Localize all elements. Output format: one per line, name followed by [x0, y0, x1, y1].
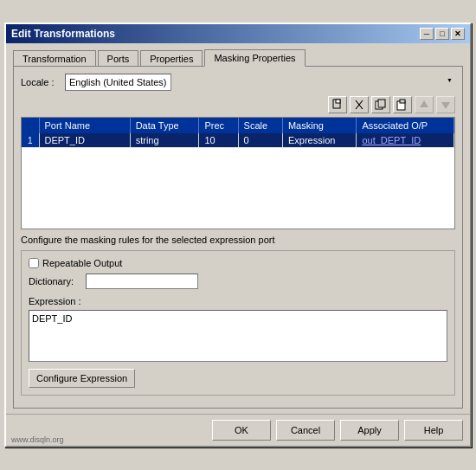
toolbar-copy-btn[interactable]: [371, 96, 390, 113]
svg-rect-1: [336, 100, 340, 103]
table-header-row: Port Name Data Type Prec Scale Masking A…: [22, 118, 454, 133]
col-header-associated-op: Associated O/P: [357, 118, 454, 133]
apply-button[interactable]: Apply: [340, 420, 399, 441]
col-header-masking: Masking: [282, 118, 356, 133]
svg-rect-7: [400, 100, 405, 103]
toolbar-cut-btn[interactable]: [350, 96, 369, 113]
repeatable-output-checkbox[interactable]: [29, 258, 39, 268]
toolbar-paste-btn[interactable]: [393, 96, 412, 113]
tab-transformation[interactable]: Transformation: [13, 50, 96, 67]
title-bar-buttons: ─ □ ✕: [420, 28, 465, 40]
tab-masking-properties[interactable]: Masking Properties: [204, 49, 305, 67]
cell-masking: Expression: [282, 133, 356, 148]
locale-label: Locale :: [21, 77, 60, 87]
svg-marker-8: [420, 100, 428, 107]
tab-content: Locale : English (United States): [13, 66, 463, 409]
help-button[interactable]: Help: [404, 420, 463, 441]
maximize-button[interactable]: □: [435, 28, 449, 40]
cell-associated-op: out_DEPT_ID: [357, 133, 454, 148]
main-content: Transformation Ports Properties Masking …: [6, 43, 470, 414]
svg-marker-9: [441, 102, 450, 109]
tab-properties[interactable]: Properties: [140, 50, 203, 67]
title-bar: Edit Transformations ─ □ ✕: [6, 24, 470, 43]
locale-select[interactable]: English (United States): [65, 74, 171, 91]
minimize-button[interactable]: ─: [420, 28, 434, 40]
toolbar-down-btn[interactable]: [436, 96, 455, 113]
cell-data-type: string: [130, 133, 199, 148]
col-header-num: [22, 118, 39, 133]
dictionary-row: Dictionary:: [29, 274, 447, 289]
col-header-prec: Prec: [199, 118, 238, 133]
cell-port-name: [39, 133, 130, 148]
cell-scale: 0: [238, 133, 282, 148]
data-table: Port Name Data Type Prec Scale Masking A…: [22, 118, 454, 148]
tab-bar: Transformation Ports Properties Masking …: [13, 48, 463, 66]
table-body: 1 string 10 0 Expression out_DEPT_ID: [22, 133, 454, 148]
expression-textarea[interactable]: [29, 310, 447, 362]
col-header-port-name: Port Name: [39, 118, 130, 133]
cancel-button[interactable]: Cancel: [276, 420, 335, 441]
port-name-input[interactable]: [45, 135, 106, 145]
repeatable-output-label: Repeatable Output: [42, 258, 122, 268]
watermark: www.disqln.org: [11, 435, 64, 444]
col-header-data-type: Data Type: [130, 118, 199, 133]
associated-op-link[interactable]: out_DEPT_ID: [362, 135, 421, 145]
configure-expression-button[interactable]: Configure Expression: [29, 369, 135, 388]
dictionary-input[interactable]: [86, 274, 198, 289]
toolbar-new-btn[interactable]: [328, 96, 347, 113]
table-toolbar: [21, 96, 455, 113]
config-panel: Repeatable Output Dictionary: Expression…: [21, 250, 455, 396]
cell-prec: 10: [199, 133, 238, 148]
locale-select-wrapper: English (United States): [65, 74, 455, 91]
tab-ports[interactable]: Ports: [98, 50, 139, 67]
close-button[interactable]: ✕: [451, 28, 465, 40]
dictionary-label: Dictionary:: [29, 276, 80, 287]
expression-label: Expression :: [29, 296, 447, 306]
config-section-label: Configure the masking rules for the sele…: [21, 235, 455, 245]
repeatable-output-row: Repeatable Output: [29, 258, 447, 268]
masking-table: Port Name Data Type Prec Scale Masking A…: [21, 117, 455, 229]
window-title: Edit Transformations: [11, 28, 115, 40]
col-header-scale: Scale: [238, 118, 282, 133]
svg-rect-5: [378, 100, 385, 107]
toolbar-up-btn[interactable]: [415, 96, 434, 113]
cell-row-num: 1: [22, 133, 39, 148]
locale-row: Locale : English (United States): [21, 74, 455, 91]
footer-bar: OK Cancel Apply Help: [6, 414, 470, 446]
ok-button[interactable]: OK: [212, 420, 271, 441]
table-row[interactable]: 1 string 10 0 Expression out_DEPT_ID: [22, 133, 454, 148]
